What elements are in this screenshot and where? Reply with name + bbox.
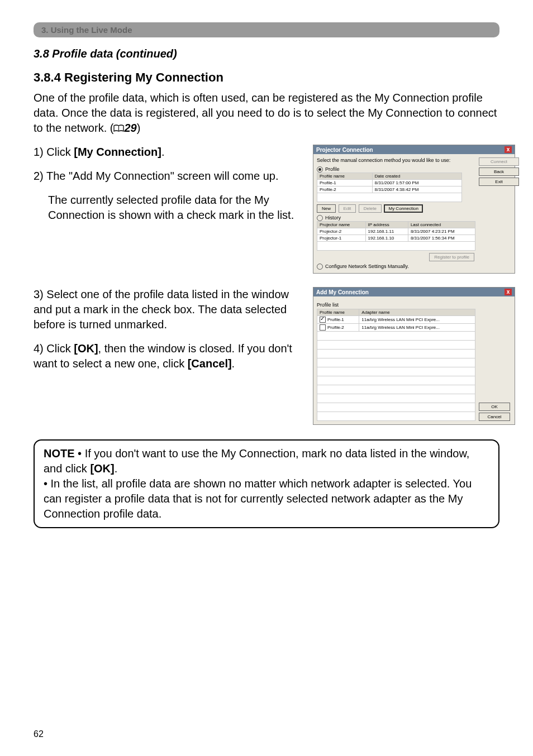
table-row[interactable]: Projector-2192.168.1.118/31/2007 4:23:21… [317, 228, 475, 235]
radio-icon [317, 215, 323, 221]
add-my-connection-dialog: Add My Connection x Profile list Profile… [313, 287, 515, 425]
dialog1-titlebar: Projector Connection x [313, 145, 515, 154]
step4-b2: [Cancel] [188, 357, 232, 370]
dialog1-instruction: Select the manual connection method you … [317, 157, 475, 163]
register-profile-button[interactable]: Register to profile [429, 253, 474, 261]
checkbox-icon[interactable] [320, 317, 326, 323]
note-box: NOTE • If you don't want to use the My C… [34, 439, 499, 528]
dialog2-titlebar: Add My Connection x [313, 288, 515, 296]
profile-list-table: Profile nameAdapter name Profile-111a/b/… [317, 309, 475, 421]
profile-list-label: Profile list [317, 302, 475, 308]
note-ok: [OK] [90, 462, 114, 475]
cell: 192.168.1.10 [365, 235, 408, 242]
chapter-bar: 3. Using the Live Mode [34, 22, 499, 37]
exit-button[interactable]: Exit [479, 178, 519, 186]
note-text-2: • In the list, all profile data are show… [44, 477, 472, 520]
th-adapter: Adapter name [359, 309, 475, 316]
history-radio-row[interactable]: History [317, 215, 475, 221]
th-profile-name: Profile name [317, 309, 359, 316]
step-2: 2) The "Add My Connection" screen will c… [34, 169, 302, 184]
table-row[interactable]: Projector-1192.168.1.108/31/2007 1:56:34… [317, 235, 475, 242]
page-number: 62 [34, 729, 44, 739]
step4-pre: 4) Click [34, 342, 74, 355]
profile-radio-label: Profile [325, 166, 340, 172]
step1-pre: 1) Click [34, 146, 74, 158]
cell: 11a/b/g Wireless LAN Mini PCI Expre... [359, 324, 475, 332]
th-proj-name: Projector name [317, 222, 366, 228]
table-row[interactable]: Profile-18/31/2007 1:57:00 PM [317, 180, 462, 186]
step-2-cont: The currently selected profile data for … [48, 193, 302, 223]
back-button[interactable]: Back [479, 168, 519, 176]
table-row[interactable]: Profile-211a/b/g Wireless LAN Mini PCI E… [317, 324, 475, 332]
history-table: Projector nameIP addressLast connected P… [317, 221, 475, 251]
step-1: 1) Click [My Connection]. [34, 145, 302, 160]
th-last: Last connected [408, 222, 475, 228]
cell: 8/31/2007 1:57:00 PM [372, 180, 461, 186]
cell: 8/31/2007 4:38:42 PM [372, 186, 461, 193]
cell: Profile-1 [317, 180, 373, 186]
delete-button[interactable]: Delete [359, 204, 382, 213]
projector-connection-dialog: Projector Connection x Select the manual… [313, 145, 515, 274]
intro-paragraph: One of the profile data, which is often … [34, 90, 499, 136]
table-row[interactable]: Profile-111a/b/g Wireless LAN Mini PCI E… [317, 316, 475, 324]
th-date: Date created [372, 173, 461, 180]
radio-icon [317, 264, 323, 270]
book-icon [113, 125, 124, 132]
cell: Profile-2 [317, 186, 373, 193]
note-label: NOTE [44, 447, 75, 460]
dialog1-title: Projector Connection [316, 147, 373, 153]
cell: Projector-2 [317, 228, 366, 235]
ok-button[interactable]: OK [479, 403, 510, 411]
cell: Profile-1 [317, 316, 359, 324]
table-row[interactable]: Profile-28/31/2007 4:38:42 PM [317, 186, 462, 193]
checkbox-icon[interactable] [320, 324, 326, 331]
cell: 8/31/2007 1:56:34 PM [408, 235, 475, 242]
close-icon[interactable]: x [505, 146, 512, 153]
cell: 11a/b/g Wireless LAN Mini PCI Expre... [359, 316, 475, 324]
cell: Profile-2 [317, 324, 359, 332]
step4-b1: [OK] [74, 342, 98, 355]
cell: 8/31/2007 4:23:21 PM [408, 228, 475, 235]
close-icon[interactable]: x [505, 289, 512, 295]
th-profile-name: Profile name [317, 173, 373, 180]
th-ip: IP address [365, 222, 408, 228]
step1-post: . [161, 146, 165, 158]
subsection-title: 3.8.4 Registering My Connection [34, 70, 499, 85]
step2-text: 2) The "Add My Connection" screen will c… [34, 170, 278, 182]
connect-button[interactable]: Connect [479, 157, 519, 166]
radio-icon [317, 166, 323, 173]
step1-bold: [My Connection] [74, 146, 161, 158]
edit-button[interactable]: Edit [339, 204, 356, 213]
intro-text-1: One of the profile data, which is often … [34, 92, 497, 134]
profile-table: Profile nameDate created Profile-18/31/2… [317, 173, 462, 202]
cancel-button[interactable]: Cancel [479, 413, 510, 421]
step-4: 4) Click [OK], then the window is closed… [34, 341, 302, 371]
new-button[interactable]: New [317, 204, 336, 213]
step-3: 3) Select one of the profile data listed… [34, 287, 302, 332]
cell: 192.168.1.11 [365, 228, 408, 235]
dialog2-title: Add My Connection [316, 289, 369, 295]
profile-radio-row[interactable]: Profile [317, 166, 475, 173]
intro-ref: 29 [124, 122, 136, 134]
history-radio-label: History [325, 215, 341, 221]
manual-radio-row[interactable]: Configure Network Settings Manually. [317, 264, 475, 270]
my-connection-button[interactable]: My Connection [384, 204, 422, 213]
section-title: 3.8 Profile data (continued) [34, 47, 499, 60]
intro-text-2: ) [137, 122, 141, 134]
manual-radio-label: Configure Network Settings Manually. [325, 264, 409, 269]
step4-post: . [232, 357, 235, 370]
cell: Projector-1 [317, 235, 366, 242]
note-text-1-post: . [115, 462, 118, 475]
